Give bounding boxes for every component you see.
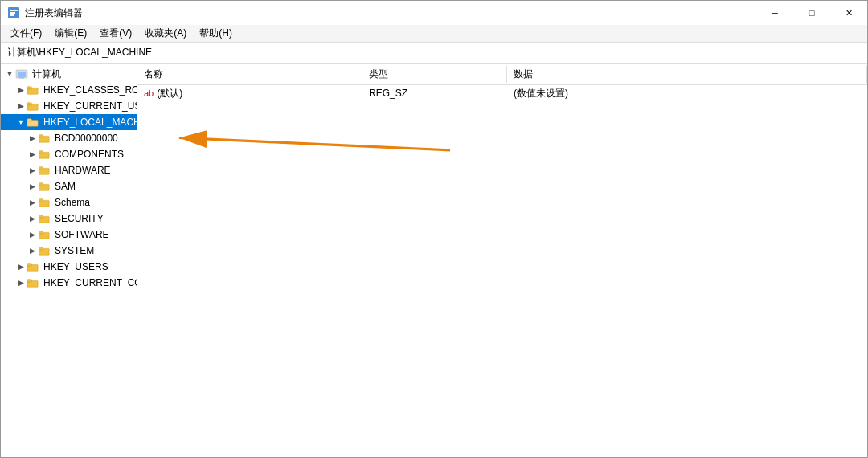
svg-rect-14 — [39, 135, 43, 138]
address-bar: 计算机\HKEY_LOCAL_MACHINE — [1, 43, 867, 63]
title-bar: 注册表编辑器 ─ □ ✕ — [1, 1, 867, 25]
svg-rect-24 — [39, 215, 43, 219]
sidebar-item-label-hkey_current_config: HKEY_CURRENT_CONFIG — [43, 277, 137, 288]
sidebar-item-hkey_users[interactable]: ▶ HKEY_USERS — [1, 259, 137, 275]
col-header-data: 数据 — [507, 66, 867, 83]
expander-hkey_classes_root[interactable]: ▶ — [15, 84, 27, 96]
menu-item-文件(F)[interactable]: 文件(F) — [4, 25, 48, 42]
app-icon — [7, 6, 20, 19]
address-text: 计算机\HKEY_LOCAL_MACHINE — [7, 46, 152, 59]
svg-rect-6 — [19, 77, 24, 79]
close-button[interactable]: ✕ — [830, 1, 867, 25]
expander-hkey_current_config[interactable]: ▶ — [15, 277, 27, 288]
expander-hkey_current_user[interactable]: ▶ — [15, 100, 27, 112]
folder-icon-hkey_classes_root — [27, 84, 39, 96]
menu-item-收藏夹(A)[interactable]: 收藏夹(A) — [138, 25, 193, 42]
folder-icon-security — [38, 213, 51, 224]
sidebar-item-hardware[interactable]: ▶ HARDWARE — [1, 162, 137, 178]
content-pane: 名称 类型 数据 ab (默认) REG_SZ (数值未设置) — [137, 64, 867, 457]
title-bar-left: 注册表编辑器 — [7, 6, 83, 20]
sidebar-item-label-components: COMPONENTS — [55, 149, 124, 160]
cell-type: REG_SZ — [362, 88, 507, 99]
svg-rect-26 — [39, 231, 43, 235]
sidebar-item-label-sam: SAM — [55, 181, 76, 192]
sidebar-item-system[interactable]: ▶ SYSTEM — [1, 243, 137, 259]
folder-icon-hkey_current_user — [27, 100, 39, 112]
svg-rect-10 — [27, 103, 31, 106]
col-header-name: 名称 — [137, 66, 362, 83]
menu-item-查看(V)[interactable]: 查看(V) — [93, 25, 138, 42]
expander-security[interactable]: ▶ — [27, 213, 38, 224]
cell-name: ab (默认) — [137, 87, 362, 100]
svg-rect-1 — [10, 10, 18, 11]
sidebar-item-label-hkey_users: HKEY_USERS — [43, 261, 108, 272]
folder-icon-system — [38, 245, 51, 256]
sidebar-item-label-security: SECURITY — [55, 213, 104, 224]
title-controls: ─ □ ✕ — [756, 1, 867, 25]
expander-software[interactable]: ▶ — [27, 229, 38, 240]
menu-item-编辑(E)[interactable]: 编辑(E) — [48, 25, 93, 42]
svg-rect-2 — [10, 12, 15, 14]
sidebar-item-hkey_classes_root[interactable]: ▶ HKEY_CLASSES_ROOT — [1, 82, 137, 98]
sidebar-item-sam[interactable]: ▶ SAM — [1, 178, 137, 194]
svg-rect-30 — [27, 264, 31, 267]
main-window: 注册表编辑器 ─ □ ✕ 文件(F)编辑(E)查看(V)收藏夹(A)帮助(H) … — [0, 0, 868, 458]
folder-icon-computer — [15, 68, 28, 80]
annotation-arrow — [137, 64, 867, 457]
sidebar-item-label-hkey_current_user: HKEY_CURRENT_USER — [43, 100, 137, 112]
svg-rect-5 — [18, 72, 26, 77]
folder-icon-hkey_current_config — [27, 277, 39, 288]
expander-schema[interactable]: ▶ — [27, 197, 38, 208]
sidebar-item-security[interactable]: ▶ SECURITY — [1, 211, 137, 227]
expander-hkey_users[interactable]: ▶ — [15, 261, 27, 272]
sidebar-item-label-bcd00000000: BCD00000000 — [55, 133, 118, 144]
sidebar-item-hkey_local_machine[interactable]: ▼ HKEY_LOCAL_MACHINE — [1, 114, 137, 130]
sidebar-item-software[interactable]: ▶ SOFTWARE — [1, 227, 137, 243]
sidebar-item-components[interactable]: ▶ COMPONENTS — [1, 146, 137, 162]
sidebar-item-label-hkey_local_machine: HKEY_LOCAL_MACHINE — [43, 117, 137, 128]
expander-system[interactable]: ▶ — [27, 245, 38, 256]
sidebar-item-computer[interactable]: ▼ 计算机 — [1, 66, 137, 82]
value-name: (默认) — [157, 87, 182, 100]
expander-sam[interactable]: ▶ — [27, 181, 38, 192]
svg-rect-16 — [39, 151, 43, 154]
col-header-type: 类型 — [362, 66, 507, 83]
svg-rect-22 — [39, 199, 43, 202]
svg-rect-12 — [27, 119, 31, 122]
sidebar-item-label-hkey_classes_root: HKEY_CLASSES_ROOT — [43, 84, 137, 96]
folder-icon-software — [38, 229, 51, 240]
expander-computer[interactable]: ▼ — [4, 68, 15, 80]
maximize-button[interactable]: □ — [793, 1, 830, 25]
folder-icon-sam — [38, 181, 51, 192]
expander-hkey_local_machine[interactable]: ▼ — [15, 117, 27, 128]
sidebar-item-schema[interactable]: ▶ Schema — [1, 194, 137, 211]
svg-rect-32 — [27, 280, 31, 283]
menu-bar: 文件(F)编辑(E)查看(V)收藏夹(A)帮助(H) — [1, 25, 867, 43]
cell-data: (数值未设置) — [507, 87, 867, 100]
minimize-button[interactable]: ─ — [756, 1, 793, 25]
expander-bcd00000000[interactable]: ▶ — [27, 133, 38, 144]
sidebar-item-label-schema: Schema — [55, 197, 90, 208]
expander-components[interactable]: ▶ — [27, 149, 38, 160]
sidebar-item-label-software: SOFTWARE — [55, 229, 109, 240]
menu-item-帮助(H)[interactable]: 帮助(H) — [193, 25, 239, 42]
sidebar-tree[interactable]: ▼ 计算机▶ HKEY_CLASSES_ROOT▶ HKEY_CURRENT_U… — [1, 64, 137, 457]
folder-icon-hkey_local_machine — [27, 117, 39, 128]
svg-line-34 — [179, 137, 450, 149]
expander-hardware[interactable]: ▶ — [27, 165, 38, 176]
window-title: 注册表编辑器 — [25, 6, 83, 20]
table-row[interactable]: ab (默认) REG_SZ (数值未设置) — [137, 85, 867, 101]
folder-icon-bcd00000000 — [38, 133, 51, 144]
main-area: ▼ 计算机▶ HKEY_CLASSES_ROOT▶ HKEY_CURRENT_U… — [1, 63, 867, 457]
svg-rect-20 — [39, 183, 43, 186]
folder-icon-hkey_users — [27, 261, 39, 272]
sidebar-item-label-computer: 计算机 — [32, 67, 61, 81]
folder-icon-hardware — [38, 165, 51, 176]
sidebar-item-bcd00000000[interactable]: ▶ BCD00000000 — [1, 130, 137, 146]
svg-rect-3 — [10, 14, 14, 16]
sidebar-item-label-system: SYSTEM — [55, 245, 94, 256]
sidebar-item-hkey_current_user[interactable]: ▶ HKEY_CURRENT_USER — [1, 98, 137, 114]
sidebar-item-hkey_current_config[interactable]: ▶ HKEY_CURRENT_CONFIG — [1, 275, 137, 291]
content-header: 名称 类型 数据 — [137, 64, 867, 85]
svg-rect-28 — [39, 247, 43, 251]
